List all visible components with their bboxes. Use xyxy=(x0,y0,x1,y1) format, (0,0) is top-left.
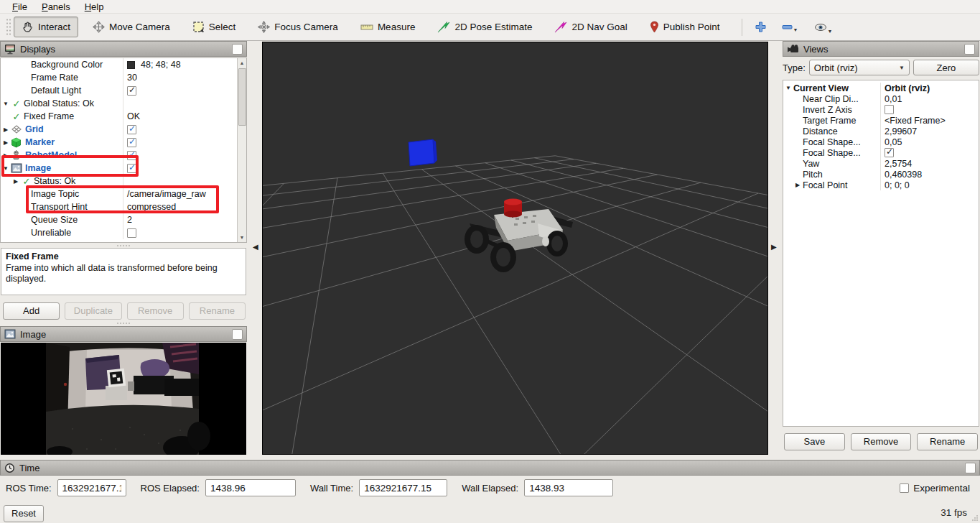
ros-elapsed-input[interactable] xyxy=(205,479,296,496)
toolbar-drag-handle[interactable] xyxy=(6,18,11,37)
collapse-arrow-icon[interactable]: ▼ xyxy=(1,165,11,172)
display-row-marker[interactable]: ▶Marker xyxy=(1,136,237,149)
displays-panel: Displays Background Color 48; 48; 48 Fra… xyxy=(0,41,247,455)
expand-arrow-icon[interactable]: ▶ xyxy=(11,178,21,185)
default-light-checkbox[interactable] xyxy=(127,86,136,96)
property-label: Target Frame xyxy=(803,116,856,126)
expand-arrow-icon[interactable]: ▶ xyxy=(1,152,11,159)
add-tool-button[interactable] xyxy=(750,19,772,35)
remove-tool-button[interactable]: ▼ xyxy=(776,22,804,33)
property-row-queue-size[interactable]: Queue Size 2 xyxy=(1,213,237,226)
view-type-dropdown[interactable]: Orbit (rviz) ▼ xyxy=(809,60,910,75)
row-global-status[interactable]: ▼✓Global Status: Ok xyxy=(1,97,237,110)
scrollbar-thumb[interactable] xyxy=(238,68,246,126)
measure-tool-button[interactable]: Measure xyxy=(353,17,424,37)
panel-float-button[interactable] xyxy=(965,463,976,473)
unreliable-checkbox[interactable] xyxy=(127,228,136,238)
focal-shape-checkbox[interactable] xyxy=(885,148,894,157)
display-row-robotmodel[interactable]: ▶RobotModel xyxy=(1,149,237,162)
image-panel-title: Image xyxy=(20,329,46,340)
wall-time-input[interactable] xyxy=(359,479,447,496)
property-label: Focal Shape... xyxy=(803,137,861,147)
scroll-down-arrow[interactable]: ▼ xyxy=(238,233,246,242)
interact-tool-button[interactable]: Interact xyxy=(14,17,78,37)
rename-button[interactable]: Rename xyxy=(917,433,978,450)
display-name: Grid xyxy=(25,124,44,134)
move-camera-tool-button[interactable]: Move Camera xyxy=(85,17,178,37)
tool-visibility-button[interactable]: ▼ xyxy=(808,20,839,34)
property-row-frame-rate[interactable]: Frame Rate 30 xyxy=(1,71,237,84)
resize-grip[interactable] xyxy=(971,514,979,522)
row-invert-z[interactable]: Invert Z Axis xyxy=(783,104,979,115)
reset-button[interactable]: Reset xyxy=(4,505,44,522)
property-row-default-light[interactable]: Default Light xyxy=(1,84,237,97)
collapse-right-arrow[interactable]: ▶ xyxy=(771,243,777,251)
menu-panels[interactable]: Panels xyxy=(35,1,77,13)
displays-panel-header[interactable]: Displays xyxy=(0,41,247,57)
row-pitch[interactable]: Pitch 0,460398 xyxy=(783,169,979,180)
render-viewport-3d[interactable] xyxy=(262,42,768,455)
row-image-status[interactable]: ▶✓Status: Ok xyxy=(1,175,237,188)
property-row-transport-hint[interactable]: Transport Hint compressed xyxy=(1,200,237,213)
displays-scrollbar[interactable]: ▲ ▼ xyxy=(237,58,246,242)
save-button[interactable]: Save xyxy=(784,433,845,450)
grid-enabled-checkbox[interactable] xyxy=(127,125,136,134)
help-title: Fixed Frame xyxy=(6,251,241,263)
pose-estimate-tool-button[interactable]: 2D Pose Estimate xyxy=(429,17,540,37)
time-panel-header[interactable]: Time xyxy=(0,460,980,476)
zero-button[interactable]: Zero xyxy=(913,60,979,75)
property-label: Distance xyxy=(803,126,838,136)
status-ok-icon: ✓ xyxy=(21,176,32,187)
image-panel-header[interactable]: Image xyxy=(0,326,247,342)
wall-elapsed-input[interactable] xyxy=(524,479,613,496)
publish-point-tool-button[interactable]: Publish Point xyxy=(642,17,728,37)
plus-icon xyxy=(755,22,766,32)
menu-file[interactable]: File xyxy=(6,1,34,13)
add-button[interactable]: Add xyxy=(3,302,60,320)
collapse-left-arrow[interactable]: ◀ xyxy=(253,243,258,251)
property-row-image-topic[interactable]: Image Topic /camera/image_raw xyxy=(1,188,237,200)
rename-button[interactable]: Rename xyxy=(189,302,246,320)
nav-goal-tool-label: 2D Nav Goal xyxy=(571,22,627,32)
row-distance[interactable]: Distance 2,99607 xyxy=(783,126,979,136)
display-row-image[interactable]: ▼Image xyxy=(1,162,237,175)
select-tool-button[interactable]: Select xyxy=(185,17,244,37)
nav-goal-tool-button[interactable]: 2D Nav Goal xyxy=(546,17,635,37)
expand-arrow-icon[interactable]: ▶ xyxy=(793,182,803,188)
row-fixed-frame-status[interactable]: ✓Fixed Frame OK xyxy=(1,110,237,123)
panel-float-button[interactable] xyxy=(232,44,243,55)
row-near-clip[interactable]: Near Clip Di... 0,01 xyxy=(783,93,979,104)
collapse-arrow-icon[interactable]: ▼ xyxy=(783,85,793,91)
display-row-grid[interactable]: ▶Grid xyxy=(1,123,237,136)
panel-float-button[interactable] xyxy=(232,329,243,340)
experimental-checkbox[interactable] xyxy=(900,483,909,493)
scroll-up-arrow[interactable]: ▲ xyxy=(238,58,246,68)
image-enabled-checkbox[interactable] xyxy=(127,164,136,173)
row-yaw[interactable]: Yaw 2,5754 xyxy=(783,158,979,169)
remove-button[interactable]: Remove xyxy=(851,433,912,450)
row-focal-shape-fixed[interactable]: Focal Shape... xyxy=(783,147,979,158)
property-label: Focal Point xyxy=(803,180,848,190)
row-current-view[interactable]: ▼Current View Orbit (rviz) xyxy=(783,83,979,93)
splitter-handle[interactable] xyxy=(0,321,247,325)
menu-help[interactable]: Help xyxy=(78,1,111,13)
focus-camera-tool-button[interactable]: Focus Camera xyxy=(250,17,346,37)
duplicate-button[interactable]: Duplicate xyxy=(65,302,121,320)
camera-feed xyxy=(1,343,246,455)
invert-z-checkbox[interactable] xyxy=(885,105,894,114)
row-target-frame[interactable]: Target Frame <Fixed Frame> xyxy=(783,115,979,126)
ros-time-input[interactable] xyxy=(57,479,126,496)
expand-arrow-icon[interactable]: ▶ xyxy=(1,139,11,146)
collapse-arrow-icon[interactable]: ▼ xyxy=(1,101,11,107)
row-focal-shape-size[interactable]: Focal Shape... 0,05 xyxy=(783,136,979,147)
remove-button[interactable]: Remove xyxy=(127,302,184,320)
views-panel-header[interactable]: Views xyxy=(783,41,979,57)
property-row-unreliable[interactable]: Unreliable xyxy=(1,226,237,239)
panel-float-button[interactable] xyxy=(964,44,975,55)
robotmodel-enabled-checkbox[interactable] xyxy=(127,151,136,160)
row-focal-point[interactable]: ▶Focal Point 0; 0; 0 xyxy=(783,180,979,190)
expand-arrow-icon[interactable]: ▶ xyxy=(1,126,11,133)
marker-enabled-checkbox[interactable] xyxy=(127,138,136,147)
displays-tree: Background Color 48; 48; 48 Frame Rate 3… xyxy=(0,57,247,243)
property-row-background-color[interactable]: Background Color 48; 48; 48 xyxy=(1,58,237,71)
